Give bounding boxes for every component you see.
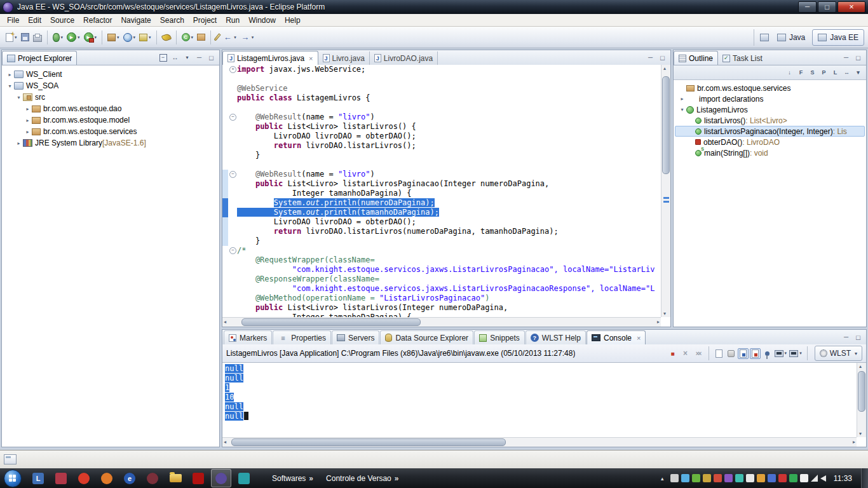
scrollbar-thumb[interactable] [241,318,421,326]
tab-data-source-explorer[interactable]: Data Source Explorer [380,330,473,344]
new-button[interactable]: ▾ [4,30,19,45]
taskbar-toolbar-1[interactable]: Softwares [272,474,313,483]
hide-static-button[interactable]: S [807,67,818,78]
outline-item[interactable]: listarLivrosPaginacao(Integer, Integer) … [675,126,865,137]
code-line[interactable]: LivroDAO livroDAO = obterDAO(); [222,132,661,141]
code-line[interactable]: Integer tamanhoDaPagina) { [222,313,661,317]
tray-icon-6[interactable] [724,474,733,482]
new-web-service-button[interactable]: ▾ [121,30,138,45]
twisty-icon[interactable]: ▸ [15,140,23,146]
code-line[interactable]: Integer tamanhoDaPagina) { [222,189,661,198]
code-line[interactable] [222,160,661,170]
outline-item[interactable]: br.com.ws.estoque.services [675,83,865,93]
console-output[interactable]: nullnull110nullnull [222,363,857,437]
code-line[interactable]: } [222,236,661,246]
tree-item[interactable]: ▸JRE System Library [JavaSE-1.6] [2,137,219,149]
tree-item[interactable]: ▾src [2,92,219,103]
tree-item[interactable]: ▸WS_Client [2,69,219,80]
window-close-button[interactable] [837,1,865,13]
tree-item[interactable]: ▾WS_SOA [2,80,219,92]
code-line[interactable]: public List<Livro> listarLivros() { [222,122,661,132]
twisty-icon[interactable]: ▸ [24,118,32,123]
outline-item[interactable]: ▾ListagemLivros [675,104,865,115]
scrollbar-thumb[interactable] [662,76,670,174]
wlst-button[interactable]: WLST [815,346,862,361]
tray-icon-9[interactable] [757,474,765,482]
search-button[interactable] [160,30,173,45]
tab-outline[interactable]: Outline [674,51,718,65]
menu-item-window[interactable]: Window [244,15,280,26]
app-eclipse[interactable] [211,469,231,487]
forward-button[interactable]: →▾ [238,30,256,45]
tab-task-list[interactable]: Task List [718,51,767,65]
code-line[interactable]: System.out.println(numeroDaPagina); [222,198,661,208]
tab-properties[interactable]: ≡Properties [273,330,331,344]
outline-item[interactable]: obterDAO() : LivroDAO [675,137,865,147]
menu-item-refactor[interactable]: Refactor [79,15,116,26]
tab-servers[interactable]: Servers [332,330,379,344]
maximize-editor-button[interactable] [657,52,668,63]
new-java-class-button[interactable]: C▾ [180,30,196,45]
editor-tab-livrodao-java[interactable]: JLivroDAO.java [370,51,438,65]
print-button[interactable] [31,30,44,45]
twisty-icon[interactable]: ▸ [6,72,14,78]
code-line[interactable]: } [222,151,661,160]
perspective-java[interactable]: Java [772,30,810,45]
maximize-view-button[interactable] [853,52,864,63]
tray-icon-2[interactable] [681,474,689,482]
tray-icon-4[interactable] [703,474,711,482]
app-firefox[interactable] [97,469,117,487]
tree-item[interactable]: ▸br.com.ws.estoque.services [2,126,219,137]
tab-wlst-help[interactable]: WLST Help [526,330,586,344]
code-line[interactable]: @WebResult(name = "livro") [222,112,661,122]
app-l[interactable]: L [28,469,48,487]
open-console-button[interactable]: ▾ [789,348,803,359]
scrollbar-thumb[interactable] [858,371,865,412]
code-line[interactable] [222,74,661,84]
tray-icon-8[interactable] [746,474,754,482]
editor-tab-listagemlivros-java[interactable]: JListagemLivros.java [222,51,318,65]
code-line[interactable]: import javax.jws.WebService; [222,65,661,74]
tray-icon-3[interactable] [692,474,700,482]
new-web-project-button[interactable]: ▾ [137,30,153,45]
view-menu-button[interactable] [182,52,193,63]
last-edit-location-button[interactable] [214,30,220,45]
remove-all-terminated-button[interactable]: ×× [693,348,704,359]
app-adobe-reader[interactable] [188,469,208,487]
app-teal[interactable] [234,469,254,487]
menu-item-project[interactable]: Project [189,15,221,26]
network-icon[interactable] [811,475,818,482]
start-button[interactable] [4,470,22,487]
code-line[interactable]: "com.knight.estoque.servicos.jaxws.Lista… [222,284,661,294]
minimize-view-button[interactable] [841,52,851,63]
fold-marker-icon[interactable] [228,246,237,255]
new-ejb-project-button[interactable]: ▾ [105,30,121,45]
window-minimize-button[interactable] [798,1,817,13]
terminate-button[interactable]: ■ [667,348,679,359]
outline-item[interactable]: ▸import declarations [675,93,865,104]
view-menu-button[interactable]: ▾ [853,67,864,78]
fold-marker-icon[interactable] [228,65,237,74]
tray-icon-13[interactable] [800,474,808,482]
show-stderr-button[interactable] [750,348,761,359]
menu-item-navigate[interactable]: Navigate [116,15,155,26]
tray-icon-7[interactable] [735,474,743,482]
code-line[interactable]: /* [222,246,661,255]
back-button[interactable]: ←▾ [220,30,238,45]
app-internet-explorer[interactable]: e [119,469,140,487]
menu-item-edit[interactable]: Edit [24,15,46,26]
tab-console[interactable]: Console [587,330,646,344]
twisty-icon[interactable]: ▸ [678,96,686,102]
run-button[interactable]: ▶▾ [65,30,82,45]
menu-item-run[interactable]: Run [221,15,244,26]
open-perspective-button[interactable] [759,32,770,43]
menu-item-source[interactable]: Source [46,15,79,26]
code-line[interactable]: @RequestWrapper(className= [222,255,661,265]
show-desktop-button[interactable] [861,468,868,488]
display-selected-console-button[interactable]: ▾ [774,348,788,359]
app-red-blue[interactable] [51,469,71,487]
code-line[interactable]: public List<Livro> listarLivros(Integer … [222,303,661,313]
fast-view-trim-icon[interactable] [4,454,17,464]
perspective-java-ee[interactable]: Java EE [812,29,864,46]
tray-icon-12[interactable] [789,474,797,482]
